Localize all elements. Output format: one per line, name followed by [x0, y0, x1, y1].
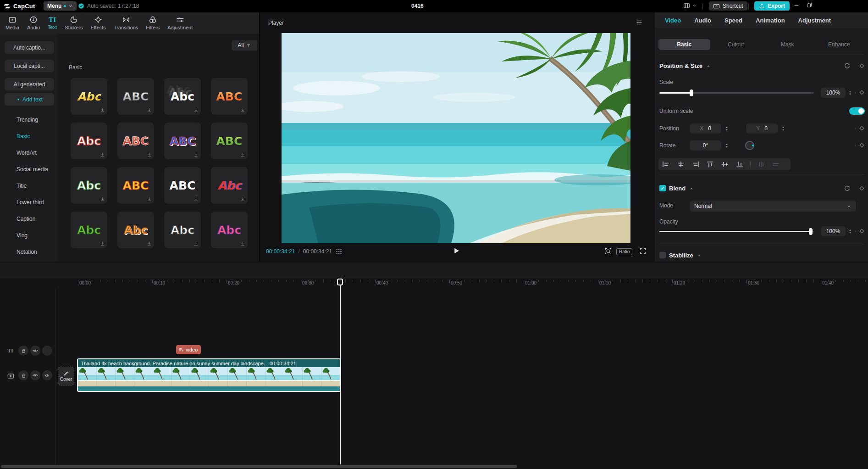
sidebar-item-basic[interactable]: Basic — [17, 132, 30, 141]
sidebar-button-0[interactable]: Auto captio... — [5, 41, 54, 54]
align-bottom-icon[interactable] — [735, 161, 744, 168]
opacity-slider[interactable] — [659, 231, 814, 232]
keyframe-icon[interactable] — [858, 142, 866, 149]
align-right-icon[interactable] — [691, 161, 700, 168]
text-track-mute-icon[interactable] — [42, 346, 52, 356]
download-icon[interactable] — [240, 197, 245, 202]
filter-button[interactable]: All — [232, 40, 257, 50]
download-icon[interactable] — [194, 241, 199, 246]
tab-audio[interactable]: Audio — [27, 16, 40, 30]
text-style-card[interactable]: Abc — [164, 212, 201, 248]
download-icon[interactable] — [194, 152, 199, 157]
inspector-subtab-cutout[interactable]: Cutout — [710, 39, 762, 50]
sidebar-item-title[interactable]: Title — [17, 181, 27, 190]
position-x-input[interactable]: X 0 — [690, 123, 721, 134]
scale-stepper[interactable]: ▲▼ — [847, 88, 853, 98]
inspector-subtab-enhance[interactable]: Enhance — [813, 39, 865, 50]
rotate-input[interactable]: 0° — [690, 140, 721, 151]
scale-value[interactable]: 100% — [821, 88, 846, 98]
download-icon[interactable] — [100, 197, 105, 202]
stabilize-checkbox[interactable] — [659, 252, 666, 258]
text-style-card[interactable]: ABC — [117, 123, 154, 159]
keyframe-icon[interactable] — [858, 62, 866, 70]
play-button[interactable] — [453, 247, 460, 255]
inspector-tab-audio[interactable]: Audio — [694, 17, 711, 24]
layout-switch-button[interactable] — [683, 2, 697, 9]
minimize-button[interactable] — [793, 2, 800, 8]
shortcut-button[interactable]: Shortcut — [709, 1, 747, 11]
sidebar-item-notation[interactable]: Notation — [17, 247, 37, 257]
align-top-icon[interactable] — [706, 161, 714, 168]
video-track-tag[interactable]: video — [176, 345, 201, 354]
download-icon[interactable] — [100, 108, 105, 113]
sidebar-item-vlog[interactable]: Vlog — [17, 231, 28, 240]
inspector-tab-adjustment[interactable]: Adjustment — [798, 17, 831, 24]
text-style-card[interactable]: Abc — [211, 167, 248, 204]
text-track-hide-icon[interactable] — [30, 346, 40, 356]
video-track-lock-icon[interactable] — [18, 370, 28, 380]
reset-icon[interactable] — [844, 185, 851, 192]
text-style-card[interactable]: ABC — [164, 167, 201, 204]
export-button[interactable]: Export — [754, 1, 790, 11]
video-preview[interactable] — [282, 33, 630, 243]
frame-view-icon[interactable] — [335, 248, 343, 255]
sidebar-item-wordart[interactable]: WordArt — [17, 148, 37, 157]
sidebar-button-2[interactable]: AI generated — [5, 78, 54, 90]
collapse-caret-icon[interactable] — [688, 185, 695, 192]
video-track-mute-icon[interactable] — [42, 370, 52, 380]
download-icon[interactable] — [194, 108, 199, 113]
text-style-card[interactable]: ABC — [164, 123, 201, 159]
distribute-v-icon[interactable] — [772, 161, 780, 168]
text-style-card[interactable]: Abc — [164, 78, 201, 115]
download-icon[interactable] — [240, 152, 245, 157]
blend-checkbox[interactable]: ✓ — [659, 185, 666, 191]
playhead[interactable] — [340, 279, 341, 464]
text-style-card[interactable]: ABC — [211, 78, 248, 115]
tab-filters[interactable]: Filters — [146, 16, 160, 30]
inspector-tab-speed[interactable]: Speed — [724, 17, 742, 24]
text-style-card[interactable]: ABC — [117, 78, 154, 115]
download-icon[interactable] — [100, 241, 105, 246]
text-style-card[interactable]: Abc — [211, 212, 248, 248]
tab-adjustment[interactable]: Adjustment — [167, 16, 193, 30]
position-y-stepper[interactable]: ▲▼ — [780, 123, 786, 134]
inspector-subtab-basic[interactable]: Basic — [658, 39, 710, 50]
text-style-card[interactable]: Abc — [71, 78, 107, 115]
download-icon[interactable] — [147, 152, 152, 157]
text-style-card[interactable]: Abc — [71, 167, 107, 204]
tab-stickers[interactable]: Stickers — [65, 16, 83, 30]
text-track-lock-icon[interactable] — [18, 346, 28, 356]
keyframe-icon[interactable] — [858, 228, 866, 235]
download-icon[interactable] — [147, 241, 152, 246]
video-track-hide-icon[interactable] — [30, 370, 40, 380]
timeline-ruler[interactable]: 00:0000:1000:2000:3000:4000:5001:0001:10… — [0, 279, 868, 289]
inspector-tab-video[interactable]: Video — [665, 17, 681, 24]
text-style-card[interactable]: ABC — [117, 167, 154, 204]
cover-button[interactable]: Cover — [58, 367, 74, 385]
reset-icon[interactable] — [844, 62, 851, 69]
sidebar-item-trending[interactable]: Trending — [17, 115, 38, 124]
inspector-subtab-mask[interactable]: Mask — [762, 39, 813, 50]
sidebar-item-social-media[interactable]: Social media — [17, 165, 48, 174]
rotate-stepper[interactable]: ▲▼ — [724, 140, 730, 151]
sidebar-item-caption[interactable]: Caption — [17, 214, 35, 223]
blend-mode-dropdown[interactable]: Normal — [690, 201, 856, 212]
text-style-card[interactable]: Abc — [71, 212, 107, 248]
tab-transitions[interactable]: Transitions — [114, 16, 138, 30]
opacity-slider-thumb[interactable] — [809, 228, 813, 235]
inspector-tab-animation[interactable]: Animation — [756, 17, 785, 24]
align-center-v-icon[interactable] — [721, 161, 729, 168]
restore-window-button[interactable] — [806, 2, 813, 8]
download-icon[interactable] — [100, 152, 105, 157]
text-style-card[interactable]: Abc — [71, 123, 107, 159]
player-menu-icon[interactable] — [636, 19, 643, 26]
download-icon[interactable] — [240, 108, 245, 113]
ratio-button[interactable]: Ratio — [616, 248, 632, 255]
align-center-h-icon[interactable] — [677, 161, 685, 168]
video-clip[interactable]: Thailand 4k beach background. Paradise n… — [77, 358, 341, 392]
download-icon[interactable] — [147, 108, 152, 113]
download-icon[interactable] — [240, 241, 245, 246]
text-style-card[interactable]: Abc — [117, 212, 154, 248]
download-icon[interactable] — [194, 197, 199, 202]
sidebar-item-lower-third[interactable]: Lower third — [17, 198, 44, 207]
